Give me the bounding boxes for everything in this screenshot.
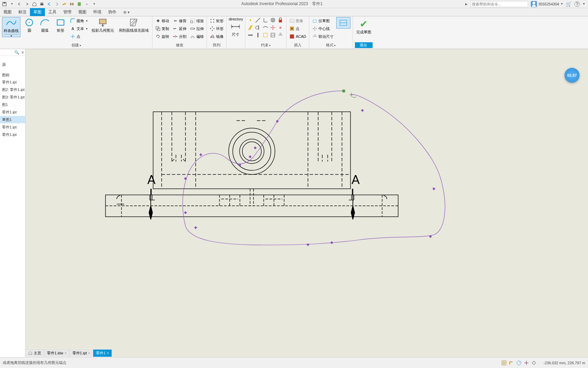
parallel-icon[interactable]	[247, 25, 254, 31]
panel-create-label[interactable]: 创建▾	[2, 42, 150, 48]
assembly-icon[interactable]	[69, 1, 75, 7]
help-icon[interactable]: ?	[574, 1, 580, 7]
browser-item-3[interactable]: 图1	[0, 101, 25, 108]
close-tab-icon[interactable]: ×	[88, 351, 90, 355]
equal-icon[interactable]: =	[277, 25, 283, 31]
sketch-only-button[interactable]: 仅草图	[311, 17, 334, 25]
text-button[interactable]: A文本▾	[69, 25, 88, 32]
search-input[interactable]	[470, 1, 528, 7]
rotate-button[interactable]: 旋转	[154, 33, 170, 40]
acad-button[interactable]: ACAD	[289, 33, 307, 40]
tab-tools[interactable]: 工具	[45, 8, 60, 16]
move-button[interactable]: ✥移动	[154, 17, 170, 25]
plus-icon[interactable]: +	[84, 1, 90, 7]
show-format-button[interactable]	[336, 17, 350, 29]
browser-item-5[interactable]: 草图1	[0, 116, 25, 123]
split-button[interactable]: 分割	[172, 33, 187, 40]
panel-pattern-label[interactable]: 阵列	[209, 42, 224, 48]
copy-button[interactable]: 复制	[154, 25, 170, 32]
undo-icon[interactable]	[16, 1, 22, 7]
insert-point-button[interactable]: 点	[289, 25, 307, 32]
lock-icon[interactable]	[277, 17, 283, 23]
cart-icon[interactable]: 🛒	[566, 1, 572, 7]
tab-view2[interactable]: 视图	[75, 8, 90, 16]
save-icon[interactable]	[1, 1, 7, 7]
osnap-icon[interactable]	[524, 360, 529, 366]
save-dropdown-icon[interactable]: ▼	[9, 1, 15, 7]
settings-icon[interactable]	[531, 360, 537, 366]
tab-sketch[interactable]: 草图	[30, 8, 45, 16]
tab-annotate[interactable]: 标注	[15, 8, 30, 16]
circ-pattern-button[interactable]: 环形	[209, 25, 224, 32]
canvas-area[interactable]: A A	[26, 49, 588, 357]
search-arrow-icon[interactable]: ▶	[465, 2, 468, 6]
point-button[interactable]: 点	[69, 33, 88, 40]
polar-icon[interactable]	[516, 360, 522, 366]
concentric-icon[interactable]	[270, 17, 276, 23]
finish-sketch-button[interactable]: ✔ 完成草图	[355, 17, 373, 36]
expand-icon[interactable]: ▼	[91, 1, 97, 7]
image-button[interactable]: 图像	[289, 17, 307, 25]
show-constraints-icon[interactable]	[262, 32, 268, 38]
trim-button[interactable]: ✂修剪	[172, 17, 187, 25]
coincident-icon[interactable]	[247, 17, 254, 23]
vertical-icon[interactable]	[255, 32, 261, 38]
tab-collaborate[interactable]: 协作	[105, 8, 120, 16]
browser-item-1[interactable]: 图2: 零件1.ipt	[0, 86, 25, 93]
arc-button[interactable]: 圆弧	[38, 17, 52, 34]
tab-environment[interactable]: 环境	[90, 8, 105, 16]
collinear-icon[interactable]	[255, 17, 261, 23]
close-tab-icon[interactable]: ×	[107, 351, 109, 355]
doc-tab-part1[interactable]: 零件1 ×	[93, 349, 112, 357]
rect-pattern-button[interactable]: 矩形	[209, 17, 224, 25]
sheet-icon[interactable]	[76, 1, 82, 7]
menu-browser-icon[interactable]: ≡	[21, 50, 24, 55]
panel-insert-label[interactable]: 插入	[289, 42, 307, 48]
doc-tab-home[interactable]: 主页	[26, 349, 44, 357]
ortho-icon[interactable]	[509, 360, 514, 366]
panel-modify-label[interactable]: 修改	[154, 42, 205, 48]
tangent-icon[interactable]	[255, 25, 261, 31]
user-info[interactable]: 3555254304 ▼	[531, 1, 563, 7]
smooth-icon[interactable]	[262, 25, 268, 31]
fillet-button[interactable]: 圆角▾	[69, 17, 88, 25]
driven-dim-button[interactable]: (d)联动尺寸	[311, 33, 334, 40]
panel-format-label[interactable]: 格式▾	[311, 42, 350, 48]
symmetric-icon[interactable]	[270, 25, 276, 31]
exit-button[interactable]: 退出	[355, 42, 373, 48]
back-icon[interactable]	[46, 1, 52, 7]
project-geom-button[interactable]: 投影几何图元	[90, 17, 115, 34]
snap-icon[interactable]	[501, 360, 507, 366]
tab-extras[interactable]: ⊕ ▾	[120, 8, 133, 16]
mirror-button[interactable]: 镜像	[209, 33, 224, 40]
doc-tab-idw[interactable]: 零件1.idw ×	[44, 349, 70, 357]
browser-group-source[interactable]: 源	[0, 57, 25, 68]
dimension-button[interactable]: 尺寸	[229, 21, 242, 38]
horizontal-icon[interactable]	[247, 32, 254, 38]
extend-button[interactable]: 延伸	[172, 25, 187, 32]
close-tab-icon[interactable]: ×	[65, 351, 67, 355]
measure-icon[interactable]	[61, 1, 67, 7]
search-browser-icon[interactable]: 🔍	[14, 50, 19, 55]
browser-item-7[interactable]: 零件1.ipt	[0, 131, 25, 138]
home-icon[interactable]	[31, 1, 37, 7]
browser-item-2[interactable]: 图3: 零件1.ipt	[0, 93, 25, 101]
rect-button[interactable]: 矩形	[54, 17, 67, 34]
hatch-button[interactable]: 用剖面线填充面域	[117, 17, 150, 34]
auto-dimension-icon[interactable]: fx	[277, 32, 283, 38]
spline-button[interactable]: 样条曲线 ▾	[2, 17, 20, 37]
panel-constrain-label[interactable]: 约束▾	[247, 42, 284, 48]
browser-item-6[interactable]: 零件1.ipt	[0, 123, 25, 131]
stretch-button[interactable]: 拉伸	[189, 25, 205, 32]
perpendicular-icon[interactable]	[262, 17, 268, 23]
redo-icon[interactable]	[24, 1, 30, 7]
browser-item-4[interactable]: 零件1.ipt	[0, 108, 25, 116]
doc-tab-ipt[interactable]: 零件1.ipt ×	[70, 349, 94, 357]
browser-item-0[interactable]: 零件1.ipt	[0, 78, 25, 86]
tab-view1[interactable]: 视图	[0, 8, 15, 16]
circle-button[interactable]: 圆	[22, 17, 36, 34]
constraint-settings-icon[interactable]	[270, 32, 276, 38]
tab-manage[interactable]: 管理	[60, 8, 75, 16]
browser-group-frame[interactable]: 图框	[0, 68, 25, 78]
centerline-button[interactable]: 中心线	[311, 25, 334, 32]
